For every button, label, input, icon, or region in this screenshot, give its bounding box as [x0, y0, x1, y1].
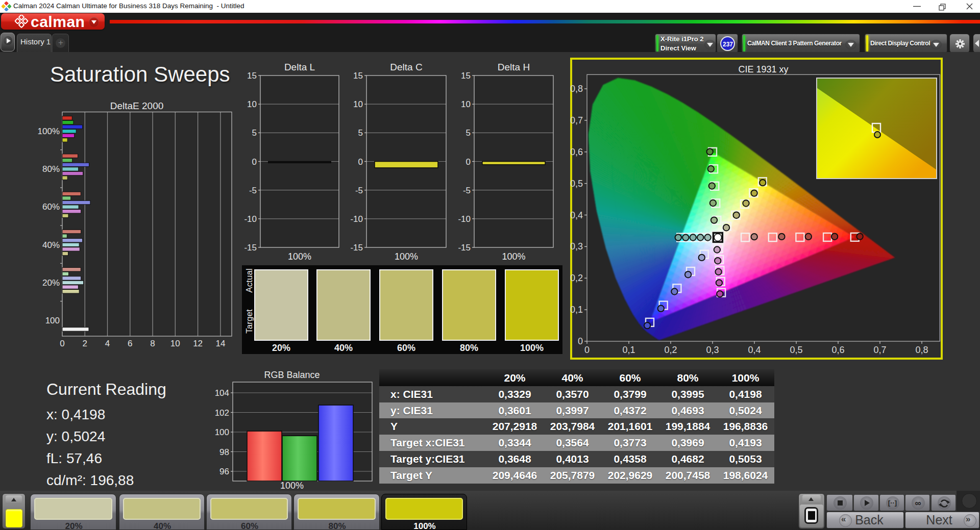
- svg-text:0,1: 0,1: [622, 345, 635, 355]
- svg-text:0,7: 0,7: [570, 115, 583, 125]
- svg-text:5: 5: [252, 128, 257, 138]
- svg-text:10: 10: [461, 99, 471, 109]
- svg-text:8: 8: [150, 339, 155, 348]
- svg-text:Delta C: Delta C: [390, 62, 422, 72]
- svg-text:0,4: 0,4: [570, 210, 583, 220]
- svg-text:0,2: 0,2: [664, 345, 677, 355]
- svg-text:0,5: 0,5: [790, 345, 802, 355]
- svg-text:6: 6: [128, 339, 132, 348]
- svg-text:-5: -5: [355, 186, 363, 195]
- svg-text:-5: -5: [249, 186, 257, 195]
- svg-text:40%: 40%: [42, 240, 60, 250]
- svg-text:-10: -10: [458, 214, 471, 224]
- svg-text:98: 98: [219, 447, 229, 457]
- svg-text:100%: 100%: [502, 251, 525, 262]
- svg-text:0,4: 0,4: [748, 345, 761, 355]
- svg-text:0,3: 0,3: [706, 345, 719, 355]
- svg-text:10: 10: [170, 339, 180, 348]
- svg-text:CIE 1931 xy: CIE 1931 xy: [738, 64, 788, 74]
- svg-text:100%: 100%: [38, 127, 60, 136]
- svg-text:-15: -15: [458, 243, 471, 253]
- svg-text:Delta H: Delta H: [498, 62, 530, 72]
- svg-text:15: 15: [247, 71, 257, 81]
- svg-text:Delta L: Delta L: [284, 62, 315, 72]
- svg-text:5: 5: [358, 128, 363, 138]
- svg-text:0: 0: [584, 345, 590, 355]
- svg-text:0: 0: [578, 336, 583, 346]
- svg-text:100%: 100%: [395, 251, 418, 262]
- svg-text:100%: 100%: [288, 251, 311, 262]
- svg-text:0,1: 0,1: [570, 305, 583, 315]
- svg-text:0,6: 0,6: [570, 147, 583, 157]
- svg-text:12: 12: [193, 339, 203, 348]
- svg-text:0: 0: [252, 157, 257, 167]
- svg-text:0,8: 0,8: [915, 345, 928, 355]
- svg-text:-5: -5: [463, 186, 471, 195]
- svg-text:4: 4: [105, 339, 110, 348]
- svg-text:80%: 80%: [42, 164, 60, 174]
- svg-text:15: 15: [461, 71, 471, 81]
- svg-text:0,7: 0,7: [873, 345, 886, 355]
- svg-text:0,2: 0,2: [570, 273, 583, 283]
- svg-text:0,5: 0,5: [570, 179, 583, 189]
- svg-text:-15: -15: [350, 243, 363, 253]
- svg-text:104: 104: [215, 388, 229, 398]
- svg-text:DeltaE 2000: DeltaE 2000: [110, 100, 164, 111]
- svg-text:0,3: 0,3: [570, 241, 583, 251]
- svg-text:96: 96: [219, 467, 229, 476]
- svg-text:0: 0: [358, 157, 363, 167]
- svg-text:10: 10: [353, 99, 363, 109]
- svg-text:100%: 100%: [280, 481, 304, 491]
- svg-text:0,8: 0,8: [570, 84, 583, 94]
- svg-text:-10: -10: [244, 214, 257, 224]
- svg-text:20%: 20%: [42, 278, 60, 288]
- svg-text:RGB Balance: RGB Balance: [264, 370, 320, 380]
- svg-text:100: 100: [215, 427, 229, 437]
- svg-text:5: 5: [466, 128, 471, 138]
- svg-text:10: 10: [247, 99, 257, 109]
- svg-text:2: 2: [83, 339, 87, 348]
- svg-text:-10: -10: [350, 214, 363, 224]
- svg-text:0: 0: [60, 339, 64, 348]
- svg-text:15: 15: [353, 71, 363, 81]
- svg-text:100: 100: [45, 316, 60, 325]
- svg-text:-15: -15: [244, 243, 257, 253]
- svg-text:60%: 60%: [42, 202, 60, 212]
- svg-text:0,6: 0,6: [831, 345, 844, 355]
- svg-text:0: 0: [466, 157, 471, 167]
- svg-text:14: 14: [215, 339, 225, 348]
- svg-text:102: 102: [215, 408, 229, 418]
